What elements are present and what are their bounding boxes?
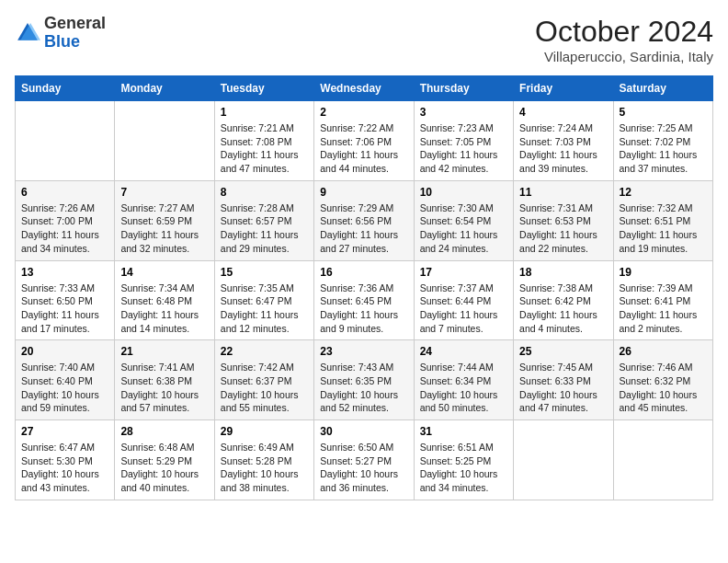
day-number: 11 [519,186,607,199]
location: Villaperuccio, Sardinia, Italy [535,49,713,64]
day-info: Sunrise: 7:43 AM Sunset: 6:35 PM Dayligh… [320,361,407,415]
day-info: Sunrise: 7:29 AM Sunset: 6:56 PM Dayligh… [320,201,407,256]
day-info: Sunrise: 7:38 AM Sunset: 6:42 PM Dayligh… [519,282,607,336]
day-info: Sunrise: 7:30 AM Sunset: 6:54 PM Dayligh… [420,201,507,256]
day-info: Sunrise: 7:36 AM Sunset: 6:45 PM Dayligh… [320,282,407,336]
logo-text: General Blue [44,15,106,52]
day-info: Sunrise: 7:32 AM Sunset: 6:51 PM Dayligh… [620,201,707,256]
calendar-cell: 21Sunrise: 7:41 AM Sunset: 6:38 PM Dayli… [115,340,214,420]
day-of-week-header: Saturday [613,76,712,101]
day-number: 24 [420,345,507,358]
calendar-cell: 10Sunrise: 7:30 AM Sunset: 6:54 PM Dayli… [414,180,513,260]
calendar-cell: 12Sunrise: 7:32 AM Sunset: 6:51 PM Dayli… [613,180,712,260]
calendar-cell: 9Sunrise: 7:29 AM Sunset: 6:56 PM Daylig… [314,180,414,260]
day-number: 31 [420,425,507,438]
day-of-week-header: Tuesday [214,76,313,101]
day-info: Sunrise: 7:45 AM Sunset: 6:33 PM Dayligh… [519,361,607,415]
day-info: Sunrise: 7:39 AM Sunset: 6:41 PM Dayligh… [620,282,707,336]
calendar-cell: 5Sunrise: 7:25 AM Sunset: 7:02 PM Daylig… [613,101,712,181]
calendar-cell: 19Sunrise: 7:39 AM Sunset: 6:41 PM Dayli… [613,260,712,340]
day-number: 16 [320,266,407,279]
day-info: Sunrise: 6:47 AM Sunset: 5:30 PM Dayligh… [21,441,108,495]
calendar-cell: 27Sunrise: 6:47 AM Sunset: 5:30 PM Dayli… [16,420,115,500]
calendar-cell: 22Sunrise: 7:42 AM Sunset: 6:37 PM Dayli… [214,340,313,420]
day-info: Sunrise: 7:44 AM Sunset: 6:34 PM Dayligh… [420,361,507,415]
day-number: 3 [420,106,507,119]
calendar-week-row: 13Sunrise: 7:33 AM Sunset: 6:50 PM Dayli… [16,260,713,340]
calendar-cell: 11Sunrise: 7:31 AM Sunset: 6:53 PM Dayli… [514,180,613,260]
day-number: 23 [320,345,407,358]
calendar-header-row: SundayMondayTuesdayWednesdayThursdayFrid… [16,76,713,101]
day-number: 12 [620,186,707,199]
day-info: Sunrise: 7:33 AM Sunset: 6:50 PM Dayligh… [21,282,108,336]
month-title: October 2024 [535,15,713,49]
logo-icon [15,20,40,46]
day-number: 19 [620,266,707,279]
page-header: General Blue October 2024 Villaperuccio,… [15,15,713,64]
day-number: 28 [120,425,208,438]
day-of-week-header: Wednesday [314,76,414,101]
day-info: Sunrise: 7:28 AM Sunset: 6:57 PM Dayligh… [221,201,308,256]
calendar-cell: 2Sunrise: 7:22 AM Sunset: 7:06 PM Daylig… [314,101,414,181]
day-info: Sunrise: 7:27 AM Sunset: 6:59 PM Dayligh… [120,201,208,256]
day-info: Sunrise: 7:41 AM Sunset: 6:38 PM Dayligh… [120,361,208,415]
calendar-table: SundayMondayTuesdayWednesdayThursdayFrid… [15,75,713,500]
calendar-cell: 7Sunrise: 7:27 AM Sunset: 6:59 PM Daylig… [115,180,214,260]
logo-general: General [44,14,106,32]
day-info: Sunrise: 7:24 AM Sunset: 7:03 PM Dayligh… [519,121,607,176]
calendar-cell: 18Sunrise: 7:38 AM Sunset: 6:42 PM Dayli… [514,260,613,340]
day-info: Sunrise: 7:22 AM Sunset: 7:06 PM Dayligh… [320,121,407,176]
day-info: Sunrise: 7:37 AM Sunset: 6:44 PM Dayligh… [420,282,507,336]
day-of-week-header: Sunday [16,76,115,101]
calendar-cell: 29Sunrise: 6:49 AM Sunset: 5:28 PM Dayli… [214,420,313,500]
day-number: 5 [620,106,707,119]
calendar-cell: 28Sunrise: 6:48 AM Sunset: 5:29 PM Dayli… [115,420,214,500]
day-info: Sunrise: 7:46 AM Sunset: 6:32 PM Dayligh… [620,361,707,415]
day-number: 26 [620,345,707,358]
day-info: Sunrise: 7:23 AM Sunset: 7:05 PM Dayligh… [420,121,507,176]
day-info: Sunrise: 6:51 AM Sunset: 5:25 PM Dayligh… [420,441,507,495]
day-info: Sunrise: 7:40 AM Sunset: 6:40 PM Dayligh… [21,361,108,415]
calendar-cell: 17Sunrise: 7:37 AM Sunset: 6:44 PM Dayli… [414,260,513,340]
day-info: Sunrise: 6:49 AM Sunset: 5:28 PM Dayligh… [221,441,308,495]
day-info: Sunrise: 7:21 AM Sunset: 7:08 PM Dayligh… [221,121,308,176]
day-info: Sunrise: 6:50 AM Sunset: 5:27 PM Dayligh… [320,441,407,495]
day-number: 7 [120,186,208,199]
day-number: 18 [519,266,607,279]
day-number: 8 [221,186,308,199]
calendar-cell [613,420,712,500]
calendar-week-row: 6Sunrise: 7:26 AM Sunset: 7:00 PM Daylig… [16,180,713,260]
calendar-cell: 14Sunrise: 7:34 AM Sunset: 6:48 PM Dayli… [115,260,214,340]
logo-blue: Blue [44,32,80,51]
day-info: Sunrise: 7:34 AM Sunset: 6:48 PM Dayligh… [120,282,208,336]
calendar-cell: 25Sunrise: 7:45 AM Sunset: 6:33 PM Dayli… [514,340,613,420]
calendar-cell: 31Sunrise: 6:51 AM Sunset: 5:25 PM Dayli… [414,420,513,500]
day-info: Sunrise: 6:48 AM Sunset: 5:29 PM Dayligh… [120,441,208,495]
day-number: 27 [21,425,108,438]
calendar-cell: 3Sunrise: 7:23 AM Sunset: 7:05 PM Daylig… [414,101,513,181]
calendar-cell: 1Sunrise: 7:21 AM Sunset: 7:08 PM Daylig… [214,101,313,181]
calendar-week-row: 1Sunrise: 7:21 AM Sunset: 7:08 PM Daylig… [16,101,713,181]
day-info: Sunrise: 7:35 AM Sunset: 6:47 PM Dayligh… [221,282,308,336]
title-block: October 2024 Villaperuccio, Sardinia, It… [535,15,713,64]
day-number: 1 [221,106,308,119]
day-number: 21 [120,345,208,358]
calendar-cell: 30Sunrise: 6:50 AM Sunset: 5:27 PM Dayli… [314,420,414,500]
day-of-week-header: Thursday [414,76,513,101]
calendar-cell: 23Sunrise: 7:43 AM Sunset: 6:35 PM Dayli… [314,340,414,420]
day-info: Sunrise: 7:31 AM Sunset: 6:53 PM Dayligh… [519,201,607,256]
day-number: 13 [21,266,108,279]
calendar-cell [514,420,613,500]
day-number: 29 [221,425,308,438]
day-number: 17 [420,266,507,279]
calendar-cell [115,101,214,181]
day-info: Sunrise: 7:42 AM Sunset: 6:37 PM Dayligh… [221,361,308,415]
calendar-cell: 8Sunrise: 7:28 AM Sunset: 6:57 PM Daylig… [214,180,313,260]
calendar-cell: 4Sunrise: 7:24 AM Sunset: 7:03 PM Daylig… [514,101,613,181]
day-info: Sunrise: 7:26 AM Sunset: 7:00 PM Dayligh… [21,201,108,256]
day-number: 30 [320,425,407,438]
day-number: 15 [221,266,308,279]
calendar-cell: 6Sunrise: 7:26 AM Sunset: 7:00 PM Daylig… [16,180,115,260]
calendar-cell: 24Sunrise: 7:44 AM Sunset: 6:34 PM Dayli… [414,340,513,420]
day-number: 9 [320,186,407,199]
